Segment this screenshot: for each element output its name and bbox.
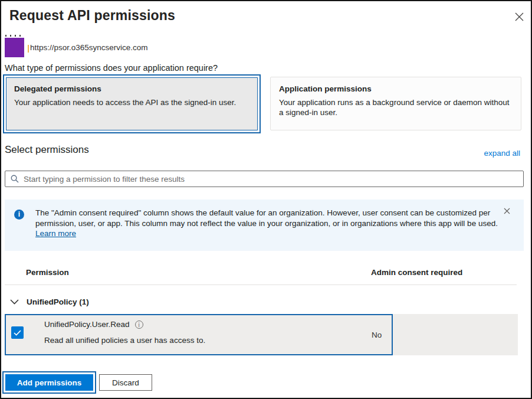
group-label: UnifiedPolicy (1) — [27, 297, 89, 306]
delegated-card-description: Your application needs to access the API… — [14, 97, 249, 107]
permission-name: UnifiedPolicy.User.Read — [44, 320, 130, 329]
delegated-card-title: Delegated permissions — [14, 84, 249, 93]
application-card-title: Application permissions — [279, 84, 513, 93]
add-permissions-button[interactable]: Add permissions — [5, 374, 93, 391]
app-logo-artifact — [28, 45, 29, 53]
page-title: Request API permissions — [9, 8, 175, 24]
delegated-permissions-card-inner: Delegated permissions Your application n… — [6, 77, 258, 130]
application-permissions-card[interactable]: Application permissions Your application… — [270, 77, 521, 130]
permission-search-box — [5, 171, 524, 187]
search-input[interactable] — [24, 175, 518, 184]
column-header-admin-consent: Admin consent required — [371, 268, 462, 277]
banner-dismiss-button[interactable] — [501, 206, 512, 217]
banner-close-icon — [504, 206, 510, 217]
permission-name-row-content: UnifiedPolicy.User.Read i — [44, 320, 143, 329]
permission-description: Read all unified policies a user has acc… — [44, 336, 205, 345]
permission-info-icon[interactable]: i — [135, 320, 143, 329]
column-header-permission: Permission — [26, 268, 69, 277]
permission-type-question: What type of permissions does your appli… — [5, 63, 218, 73]
chevron-down-icon — [10, 299, 19, 305]
api-url-label: https://psor.o365syncservice.com — [30, 43, 148, 52]
banner-text: The "Admin consent required" column show… — [35, 208, 501, 239]
select-permissions-heading: Select permissions — [5, 144, 89, 156]
expand-all-link[interactable]: expand all — [484, 149, 520, 158]
permission-group-unifiedpolicy[interactable]: UnifiedPolicy (1) — [5, 289, 517, 314]
close-icon — [515, 12, 524, 24]
add-permissions-focus-ring: Add permissions — [2, 371, 96, 394]
learn-more-link[interactable]: Learn more — [35, 229, 76, 238]
application-card-description: Your application runs as a background se… — [279, 97, 513, 117]
permission-checkbox-checked[interactable] — [11, 326, 24, 339]
request-api-permissions-dialog: Request API permissions https://psor.o36… — [0, 0, 532, 399]
admin-consent-value: No — [372, 331, 382, 339]
admin-consent-info-banner: i The "Admin consent required" column sh… — [5, 200, 524, 251]
close-button[interactable] — [512, 11, 526, 25]
discard-button[interactable]: Discard — [99, 374, 152, 391]
banner-message: The "Admin consent required" column show… — [35, 208, 498, 228]
checkmark-icon — [14, 330, 21, 336]
table-header-divider — [5, 284, 517, 285]
search-icon — [11, 175, 19, 183]
app-logo — [5, 38, 24, 57]
delegated-permissions-card[interactable]: Delegated permissions Your application n… — [3, 74, 261, 133]
info-icon: i — [14, 210, 24, 220]
